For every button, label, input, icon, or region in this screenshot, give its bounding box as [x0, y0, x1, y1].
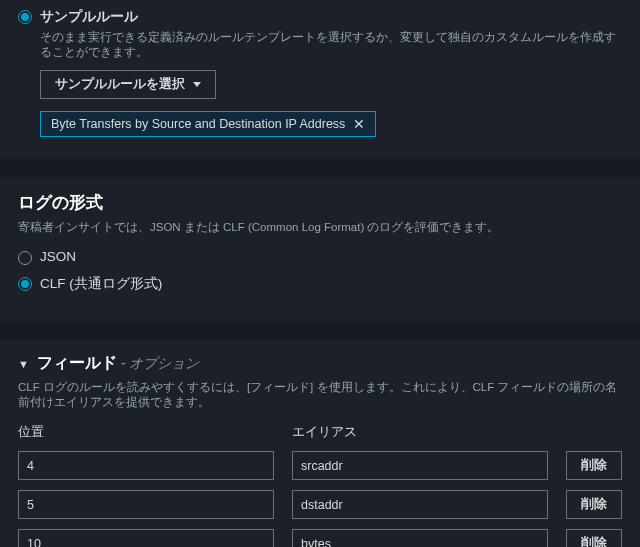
field-alias-input[interactable] [292, 490, 548, 519]
log-format-clf-label: CLF (共通ログ形式) [40, 275, 162, 293]
fields-col-position-header: 位置 [18, 424, 274, 441]
sample-rule-description: そのまま実行できる定義済みのルールテンプレートを選択するか、変更して独自のカスタ… [40, 30, 622, 60]
fields-collapse-toggle[interactable]: ▼ [18, 358, 29, 370]
sample-rule-radio[interactable] [18, 10, 32, 24]
field-alias-input[interactable] [292, 451, 548, 480]
sample-rule-label: サンプルルール [40, 8, 622, 26]
log-format-json-label: JSON [40, 249, 76, 264]
fields-title: フィールド [37, 354, 117, 371]
field-position-input[interactable] [18, 529, 274, 547]
field-delete-button[interactable]: 削除 [566, 490, 622, 519]
select-sample-rule-button[interactable]: サンプルルールを選択 [40, 70, 216, 99]
log-format-json-radio[interactable] [18, 251, 32, 265]
fields-description: CLF ログのルールを読みやすくするには、[フィールド] を使用します。これによ… [18, 380, 622, 410]
field-position-input[interactable] [18, 490, 274, 519]
field-delete-button[interactable]: 削除 [566, 529, 622, 547]
log-format-clf-radio[interactable] [18, 277, 32, 291]
field-alias-input[interactable] [292, 529, 548, 547]
fields-title-suffix: - オプション [117, 355, 199, 371]
field-position-input[interactable] [18, 451, 274, 480]
caret-down-icon [193, 82, 201, 87]
field-delete-button[interactable]: 削除 [566, 451, 622, 480]
close-icon[interactable]: ✕ [353, 117, 365, 131]
fields-col-alias-header: エイリアス [292, 424, 548, 441]
select-sample-rule-button-label: サンプルルールを選択 [55, 76, 185, 93]
selected-rule-token-label: Byte Transfers by Source and Destination… [51, 117, 345, 131]
log-format-description: 寄稿者インサイトでは、JSON または CLF (Common Log Form… [18, 220, 622, 235]
log-format-title: ログの形式 [18, 191, 622, 214]
selected-rule-token[interactable]: Byte Transfers by Source and Destination… [40, 111, 376, 137]
